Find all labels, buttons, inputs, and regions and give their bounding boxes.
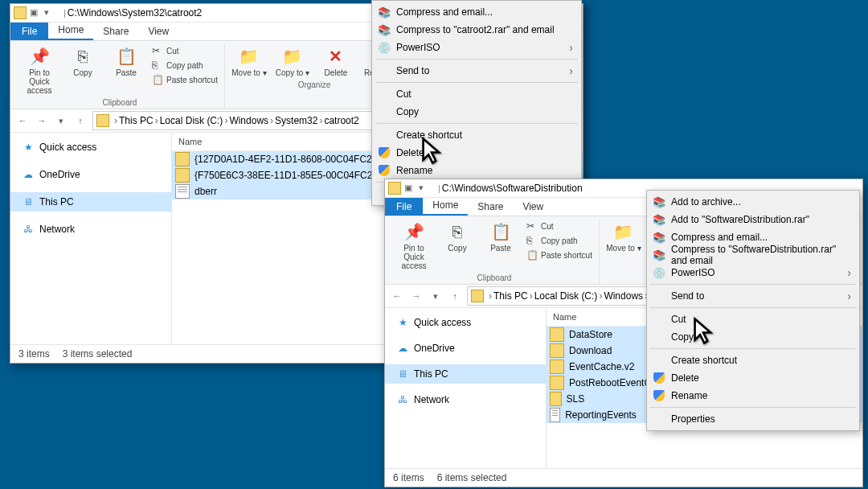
context-menu[interactable]: 📚Add to archive...📚Add to "SoftwareDistr… <box>646 190 860 431</box>
tab-view[interactable]: View <box>513 198 553 216</box>
sidebar-onedrive[interactable]: ☁OneDrive <box>385 339 546 358</box>
tab-home[interactable]: Home <box>423 196 468 216</box>
shield-icon <box>653 372 665 384</box>
sidebar-quick-access[interactable]: ★Quick access <box>10 138 171 157</box>
ctx-copy[interactable]: Copy <box>649 328 858 346</box>
up-button[interactable]: ↑ <box>72 112 89 129</box>
archive-icon: 📚 <box>653 249 665 261</box>
archive-icon: 📚 <box>653 213 665 226</box>
disc-icon: 💿 <box>378 41 391 54</box>
archive-icon: 📚 <box>653 231 665 244</box>
folder-icon <box>550 376 564 390</box>
back-button[interactable]: ← <box>14 112 31 129</box>
copy-to-button[interactable]: 📁Copy to ▾ <box>273 44 312 79</box>
ctx-send-to[interactable]: Send to <box>649 287 858 305</box>
folder-icon <box>96 114 109 127</box>
folder-icon <box>175 152 190 166</box>
cut-button[interactable]: ✂Cut <box>150 44 219 57</box>
ctx-create-shortcut[interactable]: Create shortcut <box>649 351 858 369</box>
tab-file[interactable]: File <box>385 198 423 216</box>
ctx-add-to-softwaredistribution-rar[interactable]: 📚Add to "SoftwareDistribution.rar" <box>649 211 858 228</box>
folder-icon <box>550 392 562 406</box>
history-dropdown[interactable]: ▾ <box>52 112 70 129</box>
tab-view[interactable]: View <box>138 23 178 40</box>
file-icon <box>175 184 190 199</box>
ctx-poweriso[interactable]: 💿PowerISO <box>374 39 579 56</box>
folder-icon <box>550 327 564 342</box>
properties-icon[interactable]: ▣ <box>404 183 416 194</box>
cut-button[interactable]: ✂Cut <box>525 220 594 232</box>
ctx-compress-to-softwaredistribution-rar-and-email[interactable]: 📚Compress to "SoftwareDistribution.rar" … <box>649 246 858 264</box>
context-menu[interactable]: 📚Compress and email...📚Compress to "catr… <box>371 0 582 206</box>
sidebar-this-pc[interactable]: 🖥This PC <box>10 192 171 212</box>
file-icon <box>550 408 560 422</box>
ctx-cut[interactable]: Cut <box>374 85 579 103</box>
forward-button[interactable]: → <box>407 287 425 305</box>
tab-home[interactable]: Home <box>48 21 93 40</box>
paste-button[interactable]: 📋Paste <box>107 44 145 79</box>
forward-button[interactable]: → <box>33 112 51 129</box>
sidebar-network[interactable]: 🖧Network <box>10 220 171 239</box>
group-organize: Organize <box>298 80 331 89</box>
watermark: ugetfix <box>813 469 862 486</box>
back-button[interactable]: ← <box>388 287 406 305</box>
ctx-send-to[interactable]: Send to <box>374 62 579 80</box>
up-button[interactable]: ↑ <box>446 287 464 305</box>
shield-icon <box>653 389 665 402</box>
folder-icon <box>550 343 564 358</box>
shield-icon <box>378 146 391 159</box>
archive-icon: 📚 <box>378 6 391 18</box>
copy-path-button[interactable]: ⎘Copy path <box>150 59 219 72</box>
item-count: 3 items <box>18 348 50 360</box>
ctx-compress-and-email[interactable]: 📚Compress and email... <box>374 3 579 21</box>
ctx-copy[interactable]: Copy <box>374 103 579 121</box>
folder-icon <box>14 6 27 19</box>
tab-file[interactable]: File <box>10 23 48 40</box>
quick-access-toolbar: ▣ ▾ <box>30 7 55 18</box>
pin-button[interactable]: 📌Pin to Quick access <box>20 44 59 97</box>
copy-button[interactable]: ⎘Copy <box>438 220 477 254</box>
ctx-poweriso[interactable]: 💿PowerISO <box>649 264 858 281</box>
ctx-compress-to-catroot-rar-and-email[interactable]: 📚Compress to "catroot2.rar" and email <box>374 21 579 39</box>
ctx-cut[interactable]: Cut <box>649 310 858 328</box>
paste-button[interactable]: 📋Paste <box>481 220 520 254</box>
selection-count: 6 items selected <box>437 472 507 483</box>
folder-icon <box>550 360 564 374</box>
ctx-add-to-archive[interactable]: 📚Add to archive... <box>649 193 858 211</box>
pin-button[interactable]: 📌Pin to Quick access <box>395 220 433 272</box>
paste-shortcut-button[interactable]: 📋Paste shortcut <box>150 73 219 86</box>
sidebar-quick-access[interactable]: ★Quick access <box>385 313 546 332</box>
ctx-rename[interactable]: Rename <box>649 387 858 405</box>
dropdown-icon[interactable]: ▾ <box>44 7 55 18</box>
window-title-path: C:\Windows\SoftwareDistribution <box>442 183 583 194</box>
ctx-delete[interactable]: Delete <box>649 369 858 387</box>
tab-share[interactable]: Share <box>468 198 513 216</box>
item-count: 6 items <box>393 472 424 483</box>
sidebar-network[interactable]: 🖧Network <box>385 390 546 409</box>
copy-path-button[interactable]: ⎘Copy path <box>525 234 594 247</box>
folder-icon <box>471 290 484 302</box>
sidebar-onedrive[interactable]: ☁OneDrive <box>10 165 171 184</box>
disc-icon: 💿 <box>653 266 665 279</box>
navigation-pane: ★Quick access ☁OneDrive 🖥This PC 🖧Networ… <box>10 133 172 344</box>
navigation-pane: ★Quick access ☁OneDrive 🖥This PC 🖧Networ… <box>385 308 547 468</box>
delete-button[interactable]: ✕Delete <box>317 44 355 79</box>
dropdown-icon[interactable]: ▾ <box>419 183 430 194</box>
sidebar-this-pc[interactable]: 🖥This PC <box>385 364 546 384</box>
ctx-create-shortcut[interactable]: Create shortcut <box>374 126 579 144</box>
tab-share[interactable]: Share <box>93 23 138 40</box>
ctx-rename[interactable]: Rename <box>374 162 579 179</box>
ctx-properties[interactable]: Properties <box>649 410 858 428</box>
col-name[interactable]: Name <box>172 137 394 146</box>
ctx-delete[interactable]: Delete <box>374 144 579 162</box>
copy-button[interactable]: ⎘Copy <box>63 44 102 79</box>
selection-count: 3 items selected <box>63 348 133 360</box>
paste-shortcut-button[interactable]: 📋Paste shortcut <box>525 249 594 261</box>
move-to-button[interactable]: 📁Move to ▾ <box>604 220 643 254</box>
history-dropdown[interactable]: ▾ <box>427 287 444 305</box>
archive-icon: 📚 <box>653 195 665 208</box>
shield-icon <box>378 164 391 177</box>
archive-icon: 📚 <box>378 23 391 36</box>
properties-icon[interactable]: ▣ <box>30 7 41 18</box>
move-to-button[interactable]: 📁Move to ▾ <box>230 44 268 79</box>
